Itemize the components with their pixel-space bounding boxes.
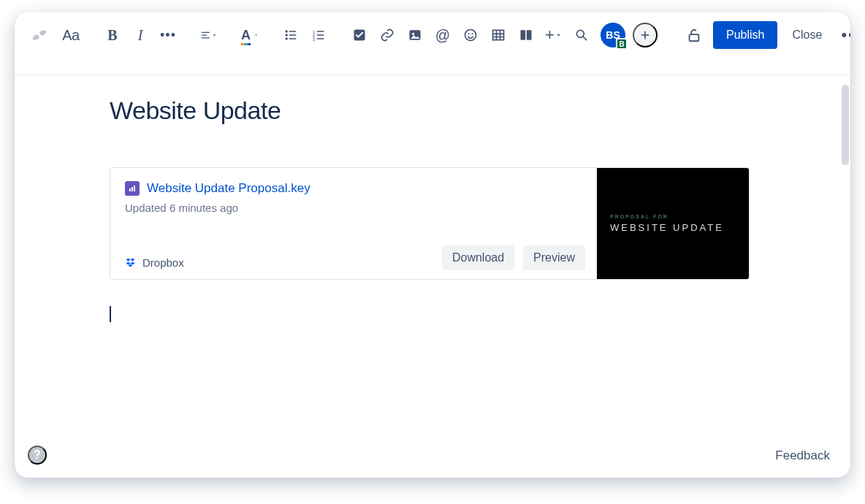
presence-badge: B (616, 38, 628, 50)
attachment-thumbnail[interactable]: PROPOSAL FOR WEBSITE UPDATE (597, 168, 749, 279)
chevron-down-icon (254, 31, 259, 39)
download-button[interactable]: Download (442, 245, 514, 270)
page-content: Website Update Website Update Proposal.k… (15, 76, 850, 478)
svg-rect-16 (690, 34, 699, 41)
thumb-title: WEBSITE UPDATE (610, 222, 724, 233)
table-icon (491, 28, 506, 42)
restrictions-button[interactable] (682, 22, 706, 48)
svg-text:3: 3 (313, 37, 315, 42)
bullet-list-button[interactable] (279, 22, 302, 48)
text-color-icon: A (241, 28, 251, 43)
help-button[interactable]: ? (28, 446, 47, 465)
search-button[interactable] (570, 22, 593, 48)
image-button[interactable] (403, 22, 427, 48)
text-style-label: Aa (62, 27, 79, 44)
bullet-list-icon (283, 28, 298, 42)
text-cursor (110, 306, 111, 322)
more-formatting-button[interactable]: ••• (156, 22, 180, 48)
align-button[interactable] (197, 22, 221, 48)
numbered-list-icon: 123 (311, 28, 326, 42)
attachment-card[interactable]: Website Update Proposal.key Updated 6 mi… (110, 167, 750, 280)
chevron-down-icon (555, 31, 563, 39)
svg-point-2 (286, 37, 288, 39)
svg-point-0 (286, 30, 288, 32)
attachment-source: Dropbox (142, 256, 184, 269)
svg-rect-17 (129, 188, 131, 191)
bold-button[interactable]: B (101, 22, 124, 48)
svg-rect-12 (493, 30, 504, 39)
close-button[interactable]: Close (785, 23, 829, 47)
checkbox-icon (352, 28, 367, 42)
svg-rect-14 (527, 30, 532, 39)
action-item-button[interactable] (348, 22, 371, 48)
user-avatar[interactable]: BS B (601, 23, 625, 47)
dropbox-icon (125, 257, 137, 269)
svg-rect-13 (521, 30, 526, 39)
insert-button[interactable]: + (542, 22, 565, 48)
plus-icon (639, 29, 651, 41)
emoji-button[interactable] (459, 22, 482, 48)
editor-toolbar: Aa B I ••• A 123 (15, 12, 850, 58)
layout-icon (519, 28, 533, 42)
italic-button[interactable]: I (129, 22, 152, 48)
invite-button[interactable] (633, 23, 658, 47)
layout-button[interactable] (514, 22, 538, 48)
text-color-button[interactable]: A (238, 22, 262, 48)
text-style-button[interactable]: Aa (60, 22, 83, 48)
unlock-icon (686, 27, 702, 43)
svg-point-11 (471, 33, 473, 34)
thumb-subtitle: PROPOSAL FOR (610, 214, 668, 219)
svg-point-10 (468, 33, 469, 34)
chevron-down-icon (211, 31, 218, 39)
search-icon (574, 28, 589, 42)
link-icon (380, 28, 395, 42)
attachment-filename[interactable]: Website Update Proposal.key (147, 181, 310, 196)
feedback-button[interactable]: Feedback (775, 448, 830, 463)
svg-point-9 (465, 30, 476, 41)
publish-button[interactable]: Publish (713, 21, 777, 49)
svg-rect-19 (134, 186, 135, 191)
image-icon (408, 28, 422, 42)
link-button[interactable] (376, 22, 399, 48)
attachment-meta: Updated 6 minutes ago (125, 202, 582, 214)
table-button[interactable] (487, 22, 510, 48)
svg-point-1 (286, 34, 288, 36)
presentation-file-icon (125, 181, 140, 196)
preview-button[interactable]: Preview (523, 245, 585, 270)
emoji-icon (463, 28, 478, 42)
app-logo[interactable] (28, 22, 51, 48)
numbered-list-button[interactable]: 123 (307, 22, 330, 48)
more-actions-button[interactable]: ••• (837, 22, 850, 48)
svg-point-15 (576, 30, 584, 37)
svg-rect-18 (132, 187, 133, 191)
mention-button[interactable]: @ (431, 22, 454, 48)
svg-point-8 (412, 33, 414, 35)
page-title[interactable]: Website Update (110, 96, 850, 125)
align-left-icon (200, 28, 211, 42)
